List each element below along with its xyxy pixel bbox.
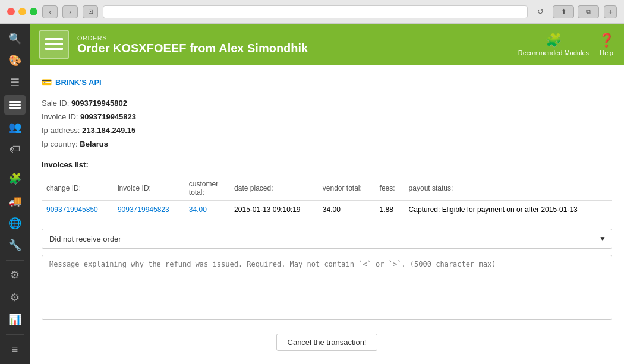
col-fees: fees: xyxy=(375,176,404,201)
refund-reason-dropdown[interactable]: Did not receive order xyxy=(42,229,612,249)
refund-reason-dropdown-container: Did not receive order ▼ xyxy=(42,229,612,249)
forward-button[interactable]: › xyxy=(62,5,78,18)
sidebar-item-palette[interactable]: 🎨 xyxy=(4,50,26,70)
sidebar-item-truck[interactable]: 🚚 xyxy=(4,191,26,211)
refund-message-textarea[interactable] xyxy=(42,255,612,320)
ip-country-value: Belarus xyxy=(80,140,108,148)
svg-rect-4 xyxy=(45,43,63,45)
cell-payout-status: Captured: Eligible for payment on or aft… xyxy=(404,201,612,219)
cell-customer-total[interactable]: 34.00 xyxy=(184,201,229,219)
payment-provider-icon: 💳 xyxy=(42,77,52,87)
sale-id-value: 9093719945802 xyxy=(71,99,127,107)
invoices-table: change ID: invoice ID: customertotal: da… xyxy=(42,176,612,219)
sidebar-item-search[interactable]: 🔍 xyxy=(4,29,26,48)
sale-id-field: Sale ID: 9093719945802 xyxy=(42,99,612,107)
close-button[interactable] xyxy=(7,8,15,15)
cell-fees: 1.88 xyxy=(375,201,404,219)
traffic-lights xyxy=(7,8,37,15)
ip-address-value: 213.184.249.15 xyxy=(82,126,135,135)
titlebar: ‹ › ⊡ ↺ ⬆ ⧉ + xyxy=(0,0,624,24)
minimize-button[interactable] xyxy=(18,8,26,15)
ip-address-field: Ip address: 213.184.249.15 xyxy=(42,126,612,135)
header-title: Order KOSXFOEEF from Alex Simondhik xyxy=(77,42,518,55)
payment-provider-name: BRINK'S API xyxy=(55,78,102,87)
window-mode-button[interactable]: ⊡ xyxy=(83,5,98,18)
invoice-id-label: Invoice ID: xyxy=(42,112,78,121)
col-date-placed: date placed: xyxy=(229,176,318,201)
sidebar-item-people[interactable]: 👥 xyxy=(4,117,26,137)
svg-rect-5 xyxy=(45,48,63,50)
invoice-id-field: Invoice ID: 9093719945823 xyxy=(42,112,612,121)
ip-country-label: Ip country: xyxy=(42,140,78,148)
recommended-modules-icon: 🧩 xyxy=(546,33,562,48)
sidebar-item-settings[interactable]: ⚙ xyxy=(4,265,26,285)
svg-rect-2 xyxy=(9,107,21,109)
sidebar-item-menu[interactable]: ≡ xyxy=(4,340,26,359)
col-vendor-total: vendor total: xyxy=(318,176,375,201)
sidebar-item-globe[interactable]: 🌐 xyxy=(4,213,26,233)
col-invoice-id: invoice ID: xyxy=(113,176,184,201)
cancel-transaction-button[interactable]: Cancel the transaction! xyxy=(276,334,378,351)
table-row: 9093719945850 9093719945823 34.00 2015-0… xyxy=(42,201,612,219)
address-bar[interactable] xyxy=(103,5,528,18)
page-content: 💳 BRINK'S API Sale ID: 9093719945802 Inv… xyxy=(30,65,624,364)
svg-rect-0 xyxy=(9,101,21,103)
header-section: ORDERS xyxy=(77,34,518,42)
sidebar-item-tags[interactable]: 🏷 xyxy=(4,139,26,159)
help-icon: ❓ xyxy=(598,33,614,48)
ip-address-label: Ip address: xyxy=(42,126,80,135)
share-button[interactable]: ⬆ xyxy=(553,5,574,18)
header-actions: 🧩 Recommended Modules ❓ Help xyxy=(518,33,614,56)
invoice-id-value: 9093719945823 xyxy=(80,112,136,121)
app-body: 🔍 🎨 ☰ 👥 🏷 🧩 🚚 🌐 🔧 ⚙ ⚙ 📊 ≡ xyxy=(0,24,624,364)
sidebar-item-chart[interactable]: 📊 xyxy=(4,309,26,329)
new-tab-button[interactable]: + xyxy=(604,5,617,18)
header-text: ORDERS Order KOSXFOEEF from Alex Simondh… xyxy=(77,34,518,55)
cell-invoice-id[interactable]: 9093719945823 xyxy=(113,201,184,219)
fullscreen-button[interactable]: ⧉ xyxy=(578,5,599,18)
sidebar-divider-2 xyxy=(6,260,24,261)
sale-id-label: Sale ID: xyxy=(42,99,69,107)
ip-country-field: Ip country: Belarus xyxy=(42,140,612,148)
app-header: ORDERS Order KOSXFOEEF from Alex Simondh… xyxy=(30,24,624,65)
action-buttons: ⬆ ⧉ xyxy=(553,5,599,18)
cell-change-id[interactable]: 9093719945850 xyxy=(42,201,113,219)
invoices-section-title: Invoices list: xyxy=(42,160,612,169)
maximize-button[interactable] xyxy=(30,8,37,15)
recommended-modules-button[interactable]: 🧩 Recommended Modules xyxy=(518,33,589,56)
back-button[interactable]: ‹ xyxy=(42,5,58,18)
col-customer-total: customertotal: xyxy=(184,176,229,201)
cancel-btn-container: Cancel the transaction! xyxy=(42,334,612,351)
sidebar-item-card[interactable] xyxy=(4,95,26,115)
sidebar-item-wrench[interactable]: 🔧 xyxy=(4,236,26,255)
sidebar-divider-1 xyxy=(6,164,24,164)
sidebar-item-settings2[interactable]: ⚙ xyxy=(4,287,26,307)
cell-date-placed: 2015-01-13 09:10:19 xyxy=(229,201,318,219)
sidebar: 🔍 🎨 ☰ 👥 🏷 🧩 🚚 🌐 🔧 ⚙ ⚙ 📊 ≡ xyxy=(0,24,30,364)
sidebar-item-list[interactable]: ☰ xyxy=(4,73,26,93)
svg-rect-3 xyxy=(45,38,63,40)
sidebar-divider-3 xyxy=(6,334,24,335)
cell-vendor-total: 34.00 xyxy=(318,201,375,219)
recommended-modules-label: Recommended Modules xyxy=(518,49,589,56)
header-icon xyxy=(39,30,69,59)
col-change-id: change ID: xyxy=(42,176,113,201)
payment-provider[interactable]: 💳 BRINK'S API xyxy=(42,77,612,87)
help-button[interactable]: ❓ Help xyxy=(598,33,614,56)
svg-rect-1 xyxy=(9,104,21,106)
help-label: Help xyxy=(600,49,613,56)
col-payout-status: payout status: xyxy=(404,176,612,201)
sidebar-item-puzzle[interactable]: 🧩 xyxy=(4,169,26,189)
content-area: ORDERS Order KOSXFOEEF from Alex Simondh… xyxy=(30,24,624,364)
reload-button[interactable]: ↺ xyxy=(532,5,548,18)
